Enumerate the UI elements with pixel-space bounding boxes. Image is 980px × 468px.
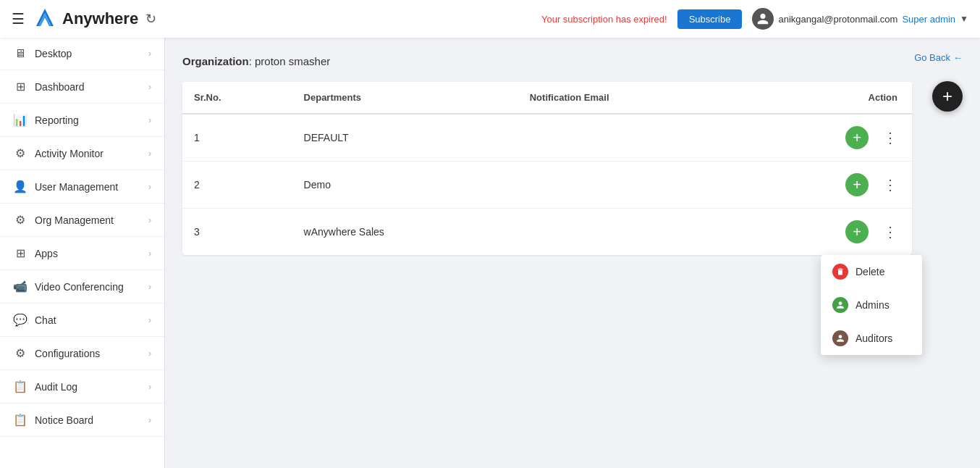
add-circle-button-1[interactable]: + bbox=[845, 126, 869, 149]
cell-srno-3: 3 bbox=[182, 209, 292, 256]
auditors-label: Auditors bbox=[856, 333, 892, 344]
sidebar-label-reporting: Reporting bbox=[35, 114, 79, 126]
auditors-icon bbox=[832, 330, 848, 346]
cell-srno-2: 2 bbox=[182, 162, 292, 209]
cell-email-1 bbox=[518, 114, 742, 162]
col-header-srno: Sr.No. bbox=[182, 82, 292, 114]
apps-icon: ⊞ bbox=[13, 246, 28, 260]
sidebar-label-audit-log: Audit Log bbox=[35, 381, 77, 393]
user-role-text: Super admin bbox=[902, 14, 955, 25]
audit-log-icon: 📋 bbox=[13, 380, 28, 393]
logo-icon bbox=[32, 6, 58, 32]
cell-department-1: DEFAULT bbox=[292, 114, 518, 162]
org-label: Organization: proton smasher bbox=[182, 55, 963, 67]
org-prefix: Organization bbox=[182, 55, 249, 67]
chevron-icon: › bbox=[148, 415, 151, 425]
user-management-icon: 👤 bbox=[13, 180, 28, 193]
subscribe-button[interactable]: Subscribe bbox=[677, 9, 743, 29]
sidebar-label-desktop: Desktop bbox=[35, 48, 72, 59]
sidebar: 🖥 Desktop › ⊞ Dashboard › 📊 Reporting › … bbox=[0, 38, 165, 468]
delete-label: Delete bbox=[856, 266, 884, 277]
chevron-icon: › bbox=[148, 282, 151, 292]
three-dots-button-1[interactable]: ⋮ bbox=[880, 126, 900, 149]
subscription-expired-text: Your subscription has expired! bbox=[541, 14, 667, 25]
sidebar-item-video-conferencing[interactable]: 📹 Video Conferencing › bbox=[0, 270, 164, 304]
sidebar-label-chat: Chat bbox=[35, 314, 56, 326]
org-management-icon: ⚙ bbox=[13, 213, 28, 227]
chat-icon: 💬 bbox=[13, 313, 28, 327]
sidebar-item-audit-log[interactable]: 📋 Audit Log › bbox=[0, 370, 164, 404]
three-dots-button-2[interactable]: ⋮ bbox=[880, 173, 900, 196]
sidebar-item-dashboard[interactable]: ⊞ Dashboard › bbox=[0, 70, 164, 104]
chevron-icon: › bbox=[148, 49, 151, 59]
sidebar-label-configurations: Configurations bbox=[35, 348, 100, 359]
cell-email-2 bbox=[518, 162, 742, 209]
chevron-icon: › bbox=[148, 348, 151, 359]
sidebar-item-user-management[interactable]: 👤 User Management › bbox=[0, 170, 164, 204]
user-avatar-icon bbox=[752, 8, 774, 30]
col-header-notification-email: Notification Email bbox=[518, 82, 742, 114]
org-name: proton smasher bbox=[255, 55, 330, 67]
logo-container: Anywhere bbox=[32, 6, 138, 32]
reporting-icon: 📊 bbox=[13, 113, 28, 127]
sidebar-label-org-management: Org Management bbox=[35, 214, 114, 226]
admins-icon bbox=[832, 297, 848, 313]
refresh-icon[interactable]: ↻ bbox=[145, 11, 156, 27]
sidebar-item-chat[interactable]: 💬 Chat › bbox=[0, 304, 164, 337]
add-button[interactable]: + bbox=[932, 81, 963, 112]
configurations-icon: ⚙ bbox=[13, 346, 28, 360]
cell-action-3: + ⋮ bbox=[742, 209, 912, 256]
cell-department-2: Demo bbox=[292, 162, 518, 209]
chevron-icon: › bbox=[148, 115, 151, 125]
main-layout: 🖥 Desktop › ⊞ Dashboard › 📊 Reporting › … bbox=[0, 38, 980, 468]
sidebar-item-activity-monitor[interactable]: ⚙ Activity Monitor › bbox=[0, 137, 164, 170]
departments-table: Sr.No. Departments Notification Email Ac… bbox=[182, 82, 912, 255]
go-back-arrow-icon: ← bbox=[953, 52, 963, 63]
dashboard-icon: ⊞ bbox=[13, 80, 28, 93]
context-menu-item-auditors[interactable]: Auditors bbox=[821, 322, 922, 355]
go-back-label: Go Back bbox=[914, 52, 950, 63]
chevron-icon: › bbox=[148, 215, 151, 225]
sidebar-label-user-management: User Management bbox=[35, 181, 118, 193]
sidebar-item-configurations[interactable]: ⚙ Configurations › bbox=[0, 337, 164, 370]
add-circle-button-3[interactable]: + bbox=[845, 220, 869, 243]
sidebar-item-org-management[interactable]: ⚙ Org Management › bbox=[0, 204, 164, 237]
activity-monitor-icon: ⚙ bbox=[13, 146, 28, 160]
sidebar-item-reporting[interactable]: 📊 Reporting › bbox=[0, 104, 164, 137]
sidebar-item-notice-board[interactable]: 📋 Notice Board › bbox=[0, 404, 164, 437]
cell-srno-1: 1 bbox=[182, 114, 292, 162]
col-header-action: Action bbox=[742, 82, 912, 114]
content-area: Go Back ← + Organization: proton smasher… bbox=[165, 38, 980, 468]
notice-board-icon: 📋 bbox=[13, 413, 28, 427]
user-info[interactable]: anikgangal@protonmail.com Super admin ▼ bbox=[752, 8, 968, 30]
table-header-row: Sr.No. Departments Notification Email Ac… bbox=[182, 82, 912, 114]
context-menu-item-delete[interactable]: Delete bbox=[821, 255, 922, 288]
context-menu-item-admins[interactable]: Admins bbox=[821, 288, 922, 322]
logo-text: Anywhere bbox=[62, 9, 138, 28]
admins-label: Admins bbox=[856, 299, 890, 311]
chevron-icon: › bbox=[148, 182, 151, 192]
sidebar-label-video-conferencing: Video Conferencing bbox=[35, 281, 124, 293]
user-dropdown-arrow-icon[interactable]: ▼ bbox=[960, 14, 968, 24]
sidebar-item-desktop[interactable]: 🖥 Desktop › bbox=[0, 38, 164, 70]
hamburger-icon[interactable]: ☰ bbox=[12, 10, 25, 28]
video-conferencing-icon: 📹 bbox=[13, 280, 28, 293]
go-back-link[interactable]: Go Back ← bbox=[914, 52, 963, 63]
sidebar-label-dashboard: Dashboard bbox=[35, 81, 85, 93]
table-row: 3 wAnywhere Sales + ⋮ bbox=[182, 209, 912, 256]
table-row: 1 DEFAULT + ⋮ bbox=[182, 114, 912, 162]
user-email-text: anikgangal@protonmail.com bbox=[778, 14, 897, 25]
context-menu: Delete Admins Auditors bbox=[821, 255, 922, 355]
header-left: ☰ Anywhere ↻ bbox=[12, 6, 156, 32]
chevron-icon: › bbox=[148, 382, 151, 392]
delete-icon bbox=[832, 264, 848, 280]
add-circle-button-2[interactable]: + bbox=[845, 173, 869, 196]
sidebar-item-apps[interactable]: ⊞ Apps › bbox=[0, 237, 164, 270]
header: ☰ Anywhere ↻ Your subscription has expir… bbox=[0, 0, 980, 38]
cell-department-3: wAnywhere Sales bbox=[292, 209, 518, 256]
chevron-icon: › bbox=[148, 149, 151, 159]
sidebar-label-notice-board: Notice Board bbox=[35, 414, 93, 426]
three-dots-button-3[interactable]: ⋮ bbox=[880, 220, 900, 243]
chevron-icon: › bbox=[148, 248, 151, 259]
chevron-icon: › bbox=[148, 82, 151, 92]
